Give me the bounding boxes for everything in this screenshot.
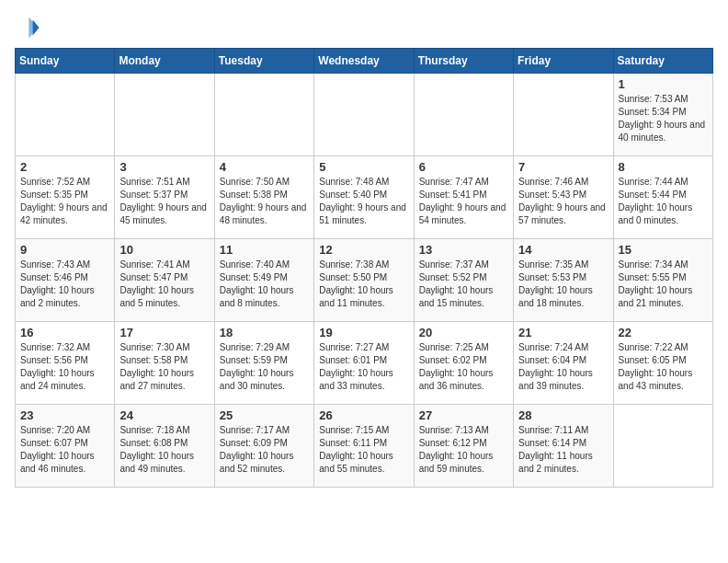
page-header: [15, 15, 713, 40]
calendar-cell: 1Sunrise: 7:53 AM Sunset: 5:34 PM Daylig…: [613, 74, 712, 156]
calendar-cell: 27Sunrise: 7:13 AM Sunset: 6:12 PM Dayli…: [414, 405, 513, 488]
day-number: 5: [319, 160, 408, 174]
day-info: Sunrise: 7:20 AM Sunset: 6:07 PM Dayligh…: [20, 424, 109, 476]
calendar-cell: [115, 74, 214, 156]
day-info: Sunrise: 7:17 AM Sunset: 6:09 PM Dayligh…: [220, 424, 309, 476]
day-info: Sunrise: 7:43 AM Sunset: 5:46 PM Dayligh…: [20, 259, 109, 310]
day-info: Sunrise: 7:44 AM Sunset: 5:44 PM Dayligh…: [619, 176, 708, 227]
calendar-cell: 16Sunrise: 7:32 AM Sunset: 5:56 PM Dayli…: [16, 322, 115, 405]
calendar-cell: 7Sunrise: 7:46 AM Sunset: 5:43 PM Daylig…: [514, 156, 613, 239]
day-info: Sunrise: 7:27 AM Sunset: 6:01 PM Dayligh…: [319, 341, 408, 393]
calendar-cell: 15Sunrise: 7:34 AM Sunset: 5:55 PM Dayli…: [613, 239, 712, 322]
logo: [15, 15, 44, 40]
day-info: Sunrise: 7:22 AM Sunset: 6:05 PM Dayligh…: [619, 341, 708, 393]
day-info: Sunrise: 7:52 AM Sunset: 5:35 PM Dayligh…: [20, 176, 109, 227]
svg-marker-1: [28, 17, 38, 38]
day-info: Sunrise: 7:46 AM Sunset: 5:43 PM Dayligh…: [518, 176, 608, 227]
logo-icon: [15, 15, 40, 40]
col-header-thursday: Thursday: [414, 49, 513, 74]
calendar-cell: [414, 74, 513, 156]
calendar-cell: 22Sunrise: 7:22 AM Sunset: 6:05 PM Dayli…: [613, 322, 712, 405]
calendar-cell: 3Sunrise: 7:51 AM Sunset: 5:37 PM Daylig…: [115, 156, 214, 239]
day-number: 10: [119, 243, 209, 257]
calendar-cell: 21Sunrise: 7:24 AM Sunset: 6:04 PM Dayli…: [514, 322, 613, 405]
calendar-cell: 4Sunrise: 7:50 AM Sunset: 5:38 PM Daylig…: [214, 156, 313, 239]
day-info: Sunrise: 7:37 AM Sunset: 5:52 PM Dayligh…: [419, 259, 508, 310]
col-header-tuesday: Tuesday: [214, 49, 313, 74]
day-info: Sunrise: 7:25 AM Sunset: 6:02 PM Dayligh…: [419, 341, 508, 393]
calendar-cell: 24Sunrise: 7:18 AM Sunset: 6:08 PM Dayli…: [115, 405, 214, 488]
calendar-cell: 14Sunrise: 7:35 AM Sunset: 5:53 PM Dayli…: [514, 239, 613, 322]
day-info: Sunrise: 7:29 AM Sunset: 5:59 PM Dayligh…: [220, 341, 309, 393]
day-info: Sunrise: 7:24 AM Sunset: 6:04 PM Dayligh…: [518, 341, 608, 393]
day-number: 27: [419, 408, 508, 422]
day-number: 2: [20, 160, 109, 174]
day-info: Sunrise: 7:35 AM Sunset: 5:53 PM Dayligh…: [518, 259, 608, 310]
calendar-cell: 13Sunrise: 7:37 AM Sunset: 5:52 PM Dayli…: [414, 239, 513, 322]
day-info: Sunrise: 7:38 AM Sunset: 5:50 PM Dayligh…: [319, 259, 408, 310]
day-number: 18: [220, 326, 309, 339]
calendar-cell: 19Sunrise: 7:27 AM Sunset: 6:01 PM Dayli…: [314, 322, 414, 405]
day-number: 11: [220, 243, 309, 257]
day-number: 6: [419, 160, 508, 174]
day-number: 3: [119, 160, 209, 174]
col-header-sunday: Sunday: [16, 49, 115, 74]
day-info: Sunrise: 7:30 AM Sunset: 5:58 PM Dayligh…: [119, 341, 209, 393]
day-number: 23: [20, 408, 109, 422]
day-info: Sunrise: 7:47 AM Sunset: 5:41 PM Dayligh…: [419, 176, 508, 227]
day-number: 4: [220, 160, 309, 174]
day-number: 12: [319, 243, 408, 257]
day-number: 14: [518, 243, 608, 257]
day-number: 13: [419, 243, 508, 257]
calendar-cell: 6Sunrise: 7:47 AM Sunset: 5:41 PM Daylig…: [414, 156, 513, 239]
calendar-cell: [214, 74, 313, 156]
calendar-cell: 5Sunrise: 7:48 AM Sunset: 5:40 PM Daylig…: [314, 156, 414, 239]
calendar-cell: 10Sunrise: 7:41 AM Sunset: 5:47 PM Dayli…: [115, 239, 214, 322]
calendar-cell: 9Sunrise: 7:43 AM Sunset: 5:46 PM Daylig…: [16, 239, 115, 322]
day-number: 17: [119, 326, 209, 339]
calendar-cell: 18Sunrise: 7:29 AM Sunset: 5:59 PM Dayli…: [214, 322, 313, 405]
day-number: 15: [619, 243, 708, 257]
col-header-wednesday: Wednesday: [314, 49, 414, 74]
calendar-table: SundayMondayTuesdayWednesdayThursdayFrid…: [15, 48, 713, 488]
day-info: Sunrise: 7:50 AM Sunset: 5:38 PM Dayligh…: [220, 176, 309, 227]
day-info: Sunrise: 7:41 AM Sunset: 5:47 PM Dayligh…: [119, 259, 209, 310]
calendar-cell: [514, 74, 613, 156]
day-number: 20: [419, 326, 508, 339]
day-info: Sunrise: 7:40 AM Sunset: 5:49 PM Dayligh…: [220, 259, 309, 310]
day-number: 24: [119, 408, 209, 422]
col-header-saturday: Saturday: [613, 49, 712, 74]
calendar-cell: [314, 74, 414, 156]
day-number: 9: [20, 243, 109, 257]
calendar-cell: 11Sunrise: 7:40 AM Sunset: 5:49 PM Dayli…: [214, 239, 313, 322]
day-number: 28: [518, 408, 608, 422]
day-info: Sunrise: 7:13 AM Sunset: 6:12 PM Dayligh…: [419, 424, 508, 476]
calendar-cell: 26Sunrise: 7:15 AM Sunset: 6:11 PM Dayli…: [314, 405, 414, 488]
calendar-cell: 12Sunrise: 7:38 AM Sunset: 5:50 PM Dayli…: [314, 239, 414, 322]
day-info: Sunrise: 7:15 AM Sunset: 6:11 PM Dayligh…: [319, 424, 408, 476]
day-number: 19: [319, 326, 408, 339]
calendar-cell: 8Sunrise: 7:44 AM Sunset: 5:44 PM Daylig…: [613, 156, 712, 239]
day-number: 8: [619, 160, 708, 174]
day-info: Sunrise: 7:11 AM Sunset: 6:14 PM Dayligh…: [518, 424, 608, 476]
day-info: Sunrise: 7:48 AM Sunset: 5:40 PM Dayligh…: [319, 176, 408, 227]
day-number: 22: [619, 326, 708, 339]
day-number: 16: [20, 326, 109, 339]
day-number: 25: [220, 408, 309, 422]
day-info: Sunrise: 7:18 AM Sunset: 6:08 PM Dayligh…: [119, 424, 209, 476]
calendar-cell: 25Sunrise: 7:17 AM Sunset: 6:09 PM Dayli…: [214, 405, 313, 488]
calendar-cell: 2Sunrise: 7:52 AM Sunset: 5:35 PM Daylig…: [16, 156, 115, 239]
col-header-monday: Monday: [115, 49, 214, 74]
calendar-cell: 17Sunrise: 7:30 AM Sunset: 5:58 PM Dayli…: [115, 322, 214, 405]
day-info: Sunrise: 7:34 AM Sunset: 5:55 PM Dayligh…: [619, 259, 708, 310]
day-info: Sunrise: 7:51 AM Sunset: 5:37 PM Dayligh…: [119, 176, 209, 227]
day-number: 21: [518, 326, 608, 339]
day-info: Sunrise: 7:53 AM Sunset: 5:34 PM Dayligh…: [619, 93, 708, 144]
calendar-cell: [16, 74, 115, 156]
calendar-cell: 28Sunrise: 7:11 AM Sunset: 6:14 PM Dayli…: [514, 405, 613, 488]
calendar-cell: [613, 405, 712, 488]
day-number: 7: [518, 160, 608, 174]
day-number: 26: [319, 408, 408, 422]
day-number: 1: [619, 77, 708, 91]
calendar-cell: 20Sunrise: 7:25 AM Sunset: 6:02 PM Dayli…: [414, 322, 513, 405]
